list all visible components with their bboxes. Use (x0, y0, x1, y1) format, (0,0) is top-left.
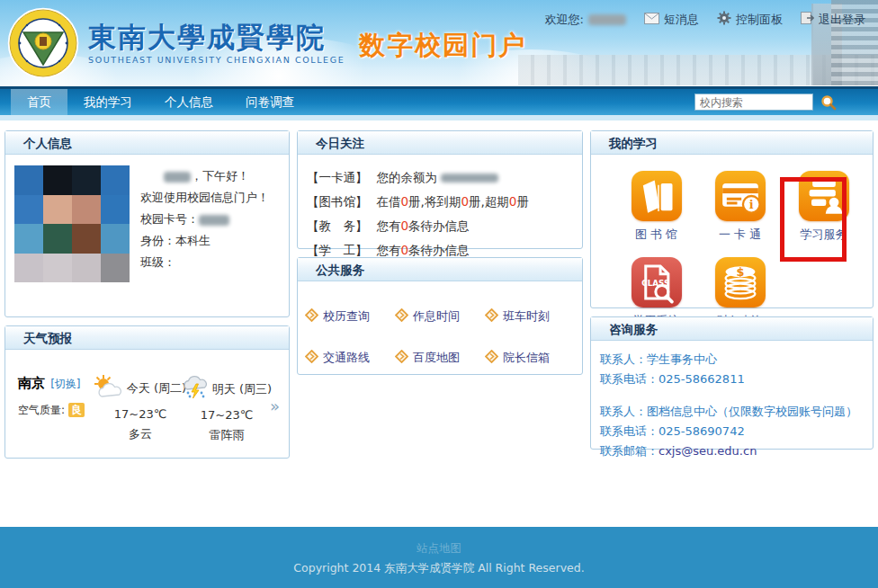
service-link-label: 作息时间 (413, 308, 460, 325)
topbar: 欢迎您: 短消息控制面板退出登录 (545, 11, 865, 28)
panel-personal-info: 个人信息 ，下午好！ 欢迎使用校园信息门户！ 校园卡号： 身份：本科生 班级： (4, 130, 290, 317)
weather-condition: 多云 (97, 426, 184, 442)
diamond-arrow-icon (485, 308, 498, 325)
censored-username (588, 14, 626, 25)
weather-days: 今天 (周二)17~23℃多云明天 (周三)17~23℃雷阵雨 (97, 375, 270, 443)
class-label: 班级： (140, 255, 175, 269)
consult-label: 联系人： (600, 405, 647, 418)
profile-body: ，下午好！ 欢迎使用校园信息门户！ 校园卡号： 身份：本科生 班级： (5, 155, 289, 282)
college-name-zh: 東南大學成賢學院 (88, 22, 345, 52)
focus-body: 【一卡通】您的余额为【图书馆】在借0册,将到期0册,超期0册【教 务】您有0条待… (298, 155, 582, 263)
panel-consult: 咨询服务 联系人：学生事务中心联系电话：025-58662811联系人：图档信息… (590, 316, 874, 450)
focus-text: 册 (516, 194, 529, 209)
weather-more-icon[interactable]: » (270, 396, 280, 415)
app-1[interactable]: i一卡通 (698, 171, 782, 243)
censored-name (164, 172, 191, 183)
study-service-icon (799, 171, 849, 221)
focus-count-red: 0 (401, 243, 409, 257)
search-icon[interactable] (820, 94, 837, 111)
app-label: 图书馆 (635, 227, 681, 243)
app-2[interactable]: 学习服务 (782, 171, 865, 243)
nav-item-3[interactable]: 问卷调查 (229, 89, 310, 115)
consult-label: 联系邮箱： (600, 444, 658, 458)
search-area (694, 94, 837, 111)
service-link-2[interactable]: 班车时刻 (485, 296, 575, 337)
service-link-label: 班车时刻 (503, 308, 550, 325)
class-line: 班级： (140, 252, 269, 273)
consult-line: 联系人：学生事务中心 (600, 350, 864, 370)
copyright-text: Copyright 2014 东南大学成贤学院 All Right Reserv… (0, 561, 878, 576)
avatar-pixel (72, 254, 101, 283)
service-link-label: 校历查询 (323, 308, 370, 325)
focus-count-red: 0 (461, 194, 469, 209)
app-label: 学习服务 (801, 227, 847, 243)
service-link-label: 交通路线 (323, 350, 370, 366)
svg-text:i: i (748, 198, 753, 211)
focus-text: 您的余额为 (377, 170, 438, 184)
page-header: 東南大學成賢學院 SOUTHEAST UNIVERSITY CHENGXIAN … (0, 0, 878, 86)
censored-balance (441, 174, 498, 183)
avatar-pixel (14, 224, 43, 254)
panel-weather: 天气预报 南京 [切换] 空气质量: 良 今天 (周二)17~23℃多云明天 (… (4, 325, 290, 459)
page-footer: 站点地图 Copyright 2014 东南大学成贤学院 All Right R… (0, 527, 878, 588)
service-link-1[interactable]: 作息时间 (395, 296, 485, 337)
service-link-0[interactable]: 校历查询 (305, 296, 395, 337)
consult-value: 025-58662811 (658, 372, 745, 386)
avatar-pixel (101, 195, 130, 225)
consult-group-0: 联系人：学生事务中心联系电话：025-58662811 (600, 350, 864, 389)
avatar-pixel (43, 195, 72, 225)
topbar-links: 短消息控制面板退出登录 (644, 11, 865, 28)
welcome-text: 欢迎您: (545, 12, 626, 28)
service-link-5[interactable]: 院长信箱 (485, 337, 575, 379)
weather-city-block: 南京 [切换] 空气质量: 良 (18, 375, 97, 418)
focus-text: 册,将到期 (408, 194, 461, 209)
focus-text: 您有 (377, 243, 401, 257)
air-quality-label: 空气质量: (18, 404, 65, 416)
service-link-3[interactable]: 交通路线 (305, 337, 395, 379)
avatar-pixel (72, 224, 101, 254)
nav-item-2[interactable]: 个人信息 (148, 89, 229, 115)
panel-title: 公共服务 (298, 258, 582, 281)
consult-label: 联系人： (600, 352, 647, 366)
panel-title: 咨询服务 (591, 317, 873, 341)
diamond-arrow-icon (485, 350, 498, 366)
diamond-arrow-icon (395, 350, 408, 366)
panel-title: 个人信息 (5, 131, 289, 155)
topbar-link-label: 控制面板 (736, 12, 783, 28)
main-nav: 首页我的学习个人信息问卷调查 (0, 86, 878, 115)
welcome-label: 欢迎您: (545, 12, 584, 28)
consult-line: 联系电话：025-58662811 (600, 370, 864, 389)
panel-today-focus: 今日关注 【一卡通】您的余额为【图书馆】在借0册,将到期0册,超期0册【教 务】… (297, 130, 583, 249)
topbar-link-1[interactable]: 控制面板 (717, 11, 783, 28)
focus-text: 在借 (377, 194, 401, 209)
service-link-4[interactable]: 百度地图 (395, 337, 485, 379)
card-label: 校园卡号： (140, 212, 199, 226)
focus-line-1: 【图书馆】在借0册,将到期0册,超期0册 (307, 190, 573, 214)
topbar-link-0[interactable]: 短消息 (644, 11, 699, 28)
focus-tag: 【教 务】 (307, 218, 368, 233)
card-number-line: 校园卡号： (140, 209, 269, 230)
focus-line-0: 【一卡通】您的余额为 (307, 165, 573, 190)
greeting-text: ，下午好！ (191, 169, 249, 183)
welcome-line: 欢迎使用校园信息门户！ (140, 187, 269, 209)
identity-value: 本科生 (175, 234, 211, 247)
sitemap-link[interactable]: 站点地图 (0, 541, 878, 557)
service-link-label: 院长信箱 (503, 350, 550, 366)
class-system-icon: CLASS (632, 257, 682, 307)
thunderstorm-icon (182, 375, 212, 403)
nav-item-1[interactable]: 我的学习 (67, 89, 148, 115)
app-0[interactable]: 图书馆 (614, 171, 698, 243)
search-input[interactable] (694, 94, 813, 111)
consult-value: 图档信息中心（仅限数字校园账号问题） (647, 405, 857, 418)
weather-day-0: 今天 (周二)17~23℃多云 (97, 375, 184, 443)
apps-grid: 图书馆i一卡通学习服务CLASS学工系统$财务查询 (591, 155, 873, 343)
profile-info: ，下午好！ 欢迎使用校园信息门户！ 校园卡号： 身份：本科生 班级： (140, 165, 269, 282)
consult-body: 联系人：学生事务中心联系电话：025-58662811联系人：图档信息中心（仅限… (591, 341, 873, 461)
city-switch-link[interactable]: [切换] (50, 378, 80, 390)
topbar-link-label: 短消息 (664, 12, 699, 28)
consult-value: 学生事务中心 (647, 352, 717, 366)
library-icon (632, 171, 682, 221)
focus-tag: 【图书馆】 (307, 194, 368, 209)
consult-value: 025-58690742 (658, 424, 745, 438)
topbar-link-2[interactable]: 退出登录 (801, 11, 865, 28)
